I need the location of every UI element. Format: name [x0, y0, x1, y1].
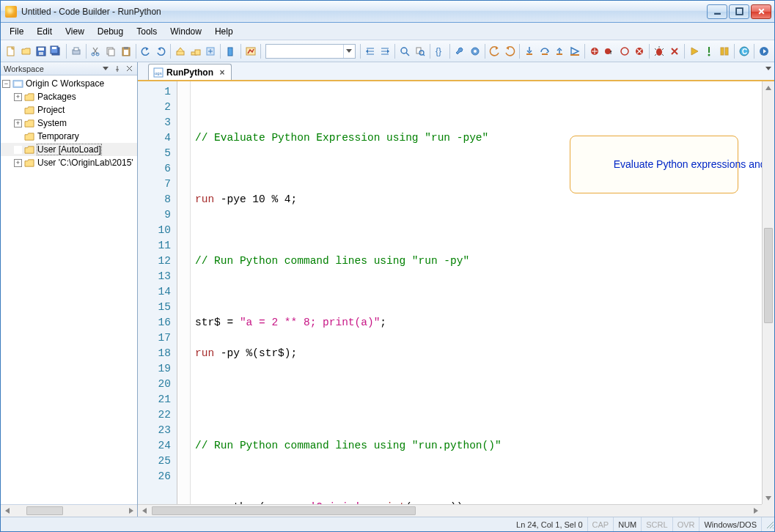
tab-close-icon[interactable]: × [218, 68, 227, 77]
stop-debug-icon[interactable] [667, 43, 680, 59]
line-number: 24 [141, 438, 171, 454]
tree-node-user-path[interactable]: + User 'C:\OriginLab\2015' [1, 156, 137, 169]
dropdown-icon[interactable] [100, 64, 111, 74]
tree-node-project[interactable]: Project [1, 103, 137, 117]
step-into-icon[interactable] [523, 43, 536, 59]
settings-icon[interactable] [468, 43, 481, 59]
step-over-icon[interactable] [538, 43, 551, 59]
chevron-down-icon[interactable] [343, 45, 355, 58]
redo-icon[interactable] [154, 43, 167, 59]
help-icon[interactable] [757, 43, 771, 59]
indent-left-icon[interactable] [364, 43, 377, 59]
find-in-files-icon[interactable] [414, 43, 427, 59]
brace-match-icon[interactable]: {} [433, 43, 447, 59]
breakpoint-func-icon[interactable]: f [603, 43, 616, 59]
resize-grip-icon[interactable] [761, 517, 774, 531]
undo-icon[interactable] [139, 43, 153, 59]
app-icon [5, 6, 17, 18]
step-back-icon[interactable] [488, 43, 502, 59]
line-number: 13 [141, 269, 171, 284]
scroll-right-icon[interactable] [749, 505, 762, 517]
build-icon[interactable] [174, 43, 187, 59]
menu-tools[interactable]: Tools [131, 25, 163, 38]
expand-icon[interactable]: + [14, 93, 22, 101]
menu-debug[interactable]: Debug [92, 25, 129, 38]
menu-view[interactable]: View [59, 25, 90, 38]
folder-icon [24, 145, 35, 155]
save-icon[interactable] [34, 43, 48, 59]
scroll-up-icon[interactable] [763, 81, 774, 94]
debug-go-icon[interactable] [653, 43, 666, 59]
workspace-hscrollbar[interactable] [1, 504, 137, 517]
editor-hscrollbar[interactable] [138, 504, 762, 517]
scroll-thumb[interactable] [26, 506, 63, 515]
menu-edit[interactable]: Edit [31, 25, 58, 38]
menu-window[interactable]: Window [164, 25, 207, 38]
line-number: 12 [141, 254, 171, 269]
new-file-icon[interactable] [4, 43, 18, 59]
svg-text:{}: {} [436, 46, 441, 56]
step-forward-icon[interactable] [503, 43, 516, 59]
run-section-icon[interactable] [717, 43, 730, 59]
cut-icon[interactable] [89, 43, 103, 59]
folder-icon [24, 158, 35, 168]
pin-icon[interactable] [112, 64, 122, 74]
code-text[interactable]: // Evaluate Python Expression using "run… [191, 81, 762, 504]
collapse-icon[interactable]: − [2, 80, 10, 88]
status-scrl: SCRL [641, 517, 672, 531]
tree-node-system[interactable]: + System [1, 117, 137, 130]
expand-icon[interactable]: + [14, 119, 22, 128]
menu-file[interactable]: File [4, 25, 29, 38]
paste-icon[interactable] [119, 43, 132, 59]
line-number: 2 [141, 100, 171, 115]
menubar: File Edit View Debug Tools Window Help [1, 23, 774, 40]
open-file-icon[interactable] [19, 43, 32, 59]
minimize-button[interactable] [707, 4, 727, 19]
compile-icon[interactable] [204, 43, 217, 59]
breakpoint-clear-icon[interactable] [633, 43, 646, 59]
scroll-thumb[interactable] [152, 506, 416, 515]
breakpoint-icon[interactable] [588, 43, 601, 59]
line-number: 21 [141, 392, 171, 407]
svg-rect-22 [228, 48, 232, 56]
indent-right-icon[interactable] [378, 43, 392, 59]
tree-node-temporary[interactable]: Temporary [1, 130, 137, 143]
wrench-icon[interactable] [453, 43, 466, 59]
expand-icon[interactable]: + [14, 159, 22, 167]
save-all-icon[interactable] [49, 43, 62, 59]
run-exclaim-icon[interactable] [702, 43, 716, 59]
workspace-tree[interactable]: − Origin C Workspace + Packages Project … [1, 75, 137, 504]
titlebar: Untitled - Code Builder - RunPython [1, 1, 774, 23]
scroll-right-icon[interactable] [125, 505, 137, 517]
tab-runpython[interactable]: ogs RunPython × [148, 64, 232, 80]
workspace-title: Workspace [4, 64, 44, 73]
expander-blank [14, 146, 22, 154]
build-all-icon[interactable] [189, 43, 202, 59]
find-icon[interactable] [398, 43, 411, 59]
scroll-down-icon[interactable] [763, 492, 774, 504]
status-cap: CAP [587, 517, 614, 531]
help-context-icon[interactable]: C [738, 43, 751, 59]
menu-help[interactable]: Help [209, 25, 239, 38]
breakpoint-toggle-icon[interactable] [617, 43, 631, 59]
editor-vscrollbar[interactable] [762, 81, 774, 504]
run-icon[interactable] [688, 43, 701, 59]
run-to-cursor-icon[interactable] [568, 43, 581, 59]
close-button[interactable] [751, 4, 771, 19]
tree-root[interactable]: − Origin C Workspace [1, 77, 137, 90]
scroll-left-icon[interactable] [138, 505, 150, 517]
step-out-icon[interactable] [553, 43, 566, 59]
tree-node-packages[interactable]: + Packages [1, 90, 137, 103]
scroll-left-icon[interactable] [1, 505, 13, 517]
goto-origin-icon[interactable] [243, 43, 257, 59]
tree-node-user-autoload[interactable]: User [AutoLoad] [1, 143, 137, 156]
toolbar-sep [136, 44, 136, 59]
scroll-thumb[interactable] [764, 228, 773, 323]
bookmark-icon[interactable] [224, 43, 237, 59]
svg-text:ogs: ogs [155, 71, 162, 75]
print-icon[interactable] [69, 43, 82, 59]
find-combo[interactable] [265, 44, 356, 59]
copy-icon[interactable] [104, 43, 117, 59]
maximize-button[interactable] [729, 4, 749, 19]
close-panel-icon[interactable] [124, 64, 134, 74]
